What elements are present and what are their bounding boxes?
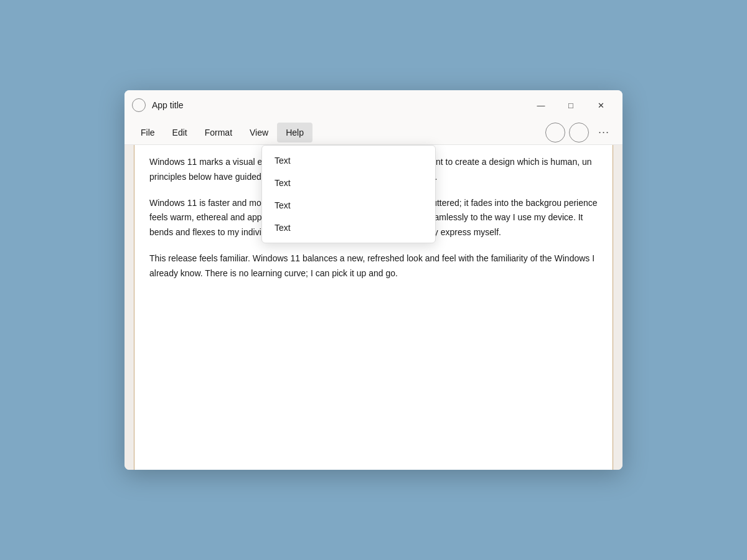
title-bar: App title — □ ✕ bbox=[125, 90, 622, 120]
dropdown-item-3[interactable]: Text bbox=[262, 194, 435, 217]
menu-item-view[interactable]: View bbox=[241, 123, 277, 142]
minimize-button[interactable]: — bbox=[527, 95, 555, 115]
window-title: App title bbox=[152, 100, 527, 110]
menu-items-right: ··· bbox=[545, 123, 615, 142]
menu-item-help[interactable]: Help bbox=[277, 123, 312, 142]
menu-bar: File Edit Format View Help ··· Text bbox=[125, 120, 622, 145]
maximize-button[interactable]: □ bbox=[557, 95, 585, 115]
help-dropdown-menu: Text Text Text Text bbox=[261, 145, 436, 243]
right-margin bbox=[613, 145, 622, 470]
paragraph-3: This release feels familiar. Windows 11 … bbox=[149, 251, 598, 281]
window-controls: — □ ✕ bbox=[527, 95, 615, 115]
menu-item-edit[interactable]: Edit bbox=[164, 123, 196, 142]
app-icon bbox=[132, 98, 146, 112]
menu-item-file[interactable]: File bbox=[132, 123, 164, 142]
dropdown-item-4[interactable]: Text bbox=[262, 217, 435, 239]
more-button[interactable]: ··· bbox=[593, 123, 615, 142]
circle-button-1[interactable] bbox=[545, 123, 565, 142]
menu-item-format[interactable]: Format bbox=[196, 123, 241, 142]
dropdown-item-2[interactable]: Text bbox=[262, 172, 435, 194]
menu-items-left: File Edit Format View Help bbox=[132, 123, 545, 142]
dropdown-item-1[interactable]: Text bbox=[262, 149, 435, 172]
circle-button-2[interactable] bbox=[569, 123, 589, 142]
close-button[interactable]: ✕ bbox=[586, 95, 615, 115]
left-margin bbox=[125, 145, 134, 470]
app-window: App title — □ ✕ File Edit Format View He… bbox=[125, 90, 622, 470]
